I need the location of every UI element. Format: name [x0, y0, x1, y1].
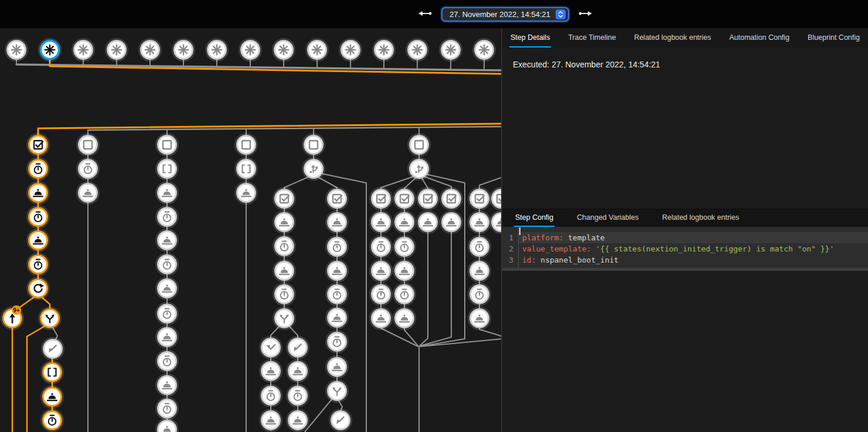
graph-node-dome-icon[interactable] [326, 212, 348, 233]
code-line[interactable]: 3id: nspanel_boot_init [502, 254, 868, 266]
graph-node-dome-icon[interactable] [260, 360, 282, 382]
tab-related-logbook-entries[interactable]: Related logbook entries [633, 28, 712, 47]
graph-node-timer-icon[interactable] [394, 284, 416, 305]
graph-node-dome-icon[interactable] [156, 230, 178, 251]
graph-node-asterisk-icon[interactable] [173, 39, 195, 61]
graph-node-dome-icon[interactable] [236, 182, 257, 204]
graph-node-asterisk-icon[interactable] [106, 39, 128, 61]
graph-node-dome-icon[interactable] [417, 212, 439, 233]
graph-node-dome-icon[interactable] [260, 410, 282, 431]
graph-node-timer-icon[interactable] [260, 385, 282, 407]
graph-node-timer-icon[interactable] [326, 331, 348, 353]
graph-node-dome-icon[interactable] [326, 307, 348, 329]
graph-node-asterisk-icon[interactable] [307, 39, 328, 61]
graph-node-dome-icon[interactable] [469, 308, 491, 329]
graph-node-brackets-icon[interactable] [236, 158, 257, 180]
previous-run-button[interactable] [417, 9, 434, 20]
graph-node-repeat-icon[interactable] [28, 278, 49, 300]
graph-node-arrow-decision-icon[interactable] [303, 158, 325, 180]
graph-node-timer-icon[interactable] [28, 158, 49, 180]
graph-node-call-split-icon[interactable] [326, 380, 348, 402]
yaml-code-editor[interactable]: 1platform: template2value_template: '{{ … [502, 227, 868, 271]
graph-node-dome-icon[interactable] [469, 260, 491, 282]
graph-node-arrow-bottom-left-icon[interactable] [330, 410, 352, 431]
graph-node-asterisk-icon[interactable] [373, 39, 395, 61]
graph-node-timer-icon[interactable] [469, 236, 491, 258]
graph-node-timer-icon[interactable] [370, 236, 392, 258]
graph-node-arrow-bottom-left-icon[interactable] [42, 338, 64, 360]
graph-node-checkbox-icon[interactable] [394, 188, 416, 210]
graph-node-dome-icon[interactable] [156, 419, 178, 432]
graph-node-timer-icon[interactable] [42, 410, 63, 431]
graph-node-checkbox-icon[interactable] [326, 188, 348, 210]
graph-node-timer-icon[interactable] [287, 385, 309, 407]
graph-node-dome-icon[interactable] [287, 410, 309, 431]
graph-node-dome-icon[interactable] [370, 212, 392, 233]
graph-node-asterisk-icon[interactable] [407, 39, 428, 61]
graph-node-timer-icon[interactable] [326, 236, 348, 258]
graph-node-dome-icon[interactable] [394, 212, 416, 233]
graph-node-arrow-bottom-left-icon[interactable] [287, 337, 309, 359]
tab-changed-variables[interactable]: Changed Variables [576, 209, 639, 227]
tab-blueprint-config[interactable]: Blueprint Config [806, 28, 861, 47]
graph-node-asterisk-icon[interactable] [273, 39, 295, 61]
graph-node-timer-icon[interactable] [370, 284, 392, 305]
graph-node-asterisk-icon[interactable] [474, 39, 495, 61]
graph-node-square-icon[interactable] [156, 134, 178, 156]
graph-node-dome-icon[interactable] [42, 386, 63, 408]
graph-node-asterisk-icon[interactable] [340, 39, 362, 61]
graph-node-timer-icon[interactable] [326, 284, 348, 305]
graph-node-dome-icon[interactable] [77, 182, 99, 204]
graph-node-asterisk-icon[interactable] [39, 39, 61, 61]
graph-node-timer-icon[interactable] [77, 158, 99, 180]
graph-node-asterisk-icon[interactable] [139, 39, 161, 61]
graph-node-checkbox-icon[interactable] [417, 188, 439, 210]
graph-node-checkbox-icon[interactable] [441, 188, 462, 210]
tab-related-logbook-entries-bottom[interactable]: Related logbook entries [661, 209, 740, 227]
graph-node-brackets-icon[interactable] [156, 158, 178, 180]
code-line[interactable]: 1platform: template [502, 232, 868, 243]
graph-node-timer-icon[interactable] [156, 206, 178, 228]
tab-step-details[interactable]: Step Details [509, 28, 551, 47]
graph-node-square-icon[interactable] [77, 134, 99, 156]
graph-node-checkbox-icon[interactable] [469, 188, 491, 210]
graph-node-dome-icon[interactable] [394, 260, 416, 282]
graph-node-dome-icon[interactable] [156, 278, 178, 300]
graph-node-timer-icon[interactable] [394, 236, 416, 258]
graph-node-timer-icon[interactable] [156, 254, 178, 275]
graph-node-timer-icon[interactable] [28, 254, 49, 275]
tab-automation-config[interactable]: Automation Config [728, 28, 791, 47]
graph-node-dome-icon[interactable] [156, 375, 178, 396]
graph-node-square-icon[interactable] [409, 134, 430, 156]
graph-node-arrow-up-icon[interactable]: 9+ [2, 305, 23, 329]
graph-node-dome-icon[interactable] [287, 360, 309, 382]
tab-trace-timeline[interactable]: Trace Timeline [567, 28, 617, 47]
graph-node-dome-icon[interactable] [28, 182, 49, 204]
graph-node-square-icon[interactable] [303, 134, 325, 156]
graph-node-timer-icon[interactable] [156, 398, 178, 420]
graph-node-timer-icon[interactable] [28, 206, 49, 228]
graph-node-dome-icon[interactable] [28, 230, 49, 251]
next-run-button[interactable] [577, 9, 593, 20]
graph-node-timer-icon[interactable] [156, 351, 178, 372]
graph-node-timer-icon[interactable] [274, 236, 295, 257]
graph-node-timer-icon[interactable] [156, 303, 178, 325]
graph-node-dome-icon[interactable] [326, 356, 348, 378]
graph-node-checkbox-icon[interactable] [370, 188, 392, 210]
run-selector-dropdown[interactable]: 27. November 2022, 14:54:21 [441, 7, 569, 22]
graph-node-asterisk-icon[interactable] [240, 39, 261, 61]
graph-node-checkbox-icon[interactable] [28, 134, 49, 156]
graph-node-arrow-decision-icon[interactable] [409, 158, 430, 180]
graph-node-call-split-icon[interactable] [274, 308, 295, 329]
tab-step-config[interactable]: Step Config [514, 209, 554, 227]
graph-node-timer-icon[interactable] [274, 284, 295, 305]
graph-node-asterisk-icon[interactable] [6, 39, 28, 61]
graph-node-dome-icon[interactable] [156, 182, 178, 204]
graph-node-asterisk-icon[interactable] [73, 39, 94, 61]
graph-node-dome-icon[interactable] [441, 212, 462, 233]
graph-node-dome-icon[interactable] [469, 212, 491, 233]
graph-node-dome-icon[interactable] [491, 212, 502, 233]
graph-node-dome-icon[interactable] [274, 260, 295, 282]
graph-node-dome-icon[interactable] [394, 308, 416, 329]
graph-node-dome-icon[interactable] [274, 212, 295, 233]
